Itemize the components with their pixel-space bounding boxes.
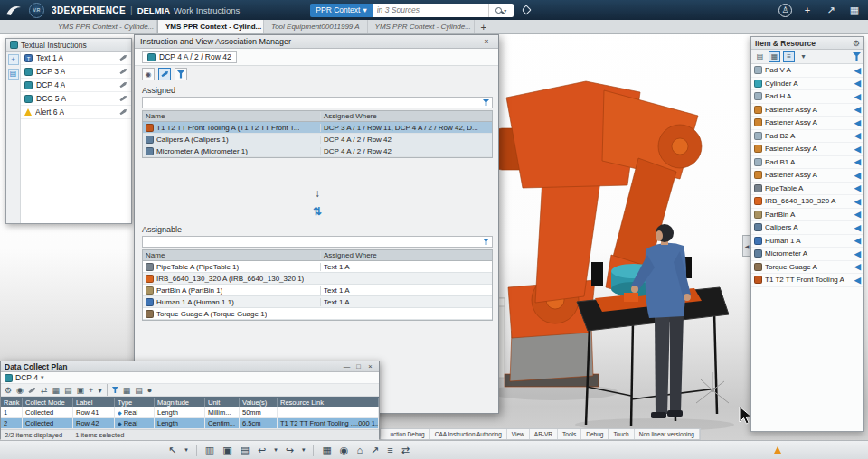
panel-collapse-handle[interactable]: ◀: [742, 235, 750, 257]
add-row-icon[interactable]: +: [89, 386, 93, 395]
redo-history-chevron-icon[interactable]: ▾: [302, 446, 306, 454]
edit-icon[interactable]: [119, 95, 127, 102]
insert-arrow-icon[interactable]: ◀: [854, 92, 861, 101]
list-item-fastener-1[interactable]: Fastener Assy A◀: [751, 104, 863, 117]
list-item-partbin[interactable]: PartBin A◀: [751, 209, 863, 222]
ribbon-tab-tools[interactable]: Tools: [558, 429, 581, 439]
list-item-front-tooling[interactable]: T1 T2 TT Front Tooling A◀: [751, 274, 863, 287]
list-item-pad-v[interactable]: Pad V A◀: [751, 64, 863, 78]
insert-arrow-icon[interactable]: ◀: [854, 79, 861, 88]
swap-view-icon[interactable]: ⇄: [401, 445, 410, 456]
assignable-row-partbin[interactable]: PartBin A (PartBin 1) Text 1 A: [143, 285, 492, 296]
edit-icon[interactable]: [119, 108, 127, 116]
textual-instructions-titlebar[interactable]: Textual Instructions: [6, 39, 131, 52]
monitor-left[interactable]: [591, 262, 603, 286]
share-icon[interactable]: ↗: [823, 5, 839, 16]
snapshot-icon[interactable]: ◉: [340, 445, 349, 456]
insert-arrow-icon[interactable]: ◀: [854, 210, 861, 219]
ribbon-tab-instruction-debug[interactable]: ...uction Debug: [381, 429, 430, 439]
edit-icon[interactable]: [119, 81, 127, 89]
instruction-item-alert-6[interactable]: Alert 6 A: [21, 106, 131, 119]
instruction-list-view-icon[interactable]: ▤: [8, 69, 19, 80]
grid-view-icon[interactable]: ▦: [123, 386, 131, 395]
edit-mode-icon[interactable]: [158, 68, 171, 80]
insert-arrow-icon[interactable]: ◀: [854, 276, 861, 285]
settings-icon[interactable]: ⚙: [5, 386, 12, 395]
insert-arrow-icon[interactable]: ◀: [854, 145, 861, 154]
compass-icon[interactable]: V.R: [29, 3, 44, 18]
capture-icon[interactable]: ◉: [16, 386, 24, 395]
dcp-breadcrumb[interactable]: DCP 4 ▾: [1, 372, 379, 384]
ribbon-tab-view[interactable]: View: [507, 429, 530, 439]
dcp-titlebar[interactable]: Data Collect Plan — □ ×: [1, 361, 379, 372]
filter-mode-icon[interactable]: [175, 68, 187, 80]
list-item-fastener-4[interactable]: Fastener Assy A◀: [751, 169, 863, 183]
tab-tool-equipment[interactable]: Tool Equipment00011999 A: [264, 20, 368, 33]
rows-icon[interactable]: ▤: [64, 386, 72, 395]
fixture-block[interactable]: [624, 293, 638, 302]
axis-triad-icon[interactable]: [696, 372, 729, 403]
transfer-icon[interactable]: ⇄: [41, 386, 48, 395]
minimize-icon[interactable]: —: [342, 362, 352, 370]
assignable-row-robot[interactable]: IRB_6640_130_320 A (IRB_6640_130_320 1): [143, 273, 492, 285]
item-resource-titlebar[interactable]: Item & Resource ⚙: [751, 37, 863, 50]
list-item-pad-b1[interactable]: Pad B1 A◀: [751, 156, 863, 170]
instruction-item-dcp-3[interactable]: DCP 3 A: [21, 65, 131, 79]
assigned-row-calipers[interactable]: Calipers A (Calipers 1) DCP 4 A / 2 / Ro…: [143, 134, 492, 145]
ribbon-tab-non-linear-versioning[interactable]: Non linear versioning: [635, 429, 700, 439]
more-options-icon[interactable]: ▾: [98, 386, 102, 395]
edit-icon[interactable]: [119, 68, 127, 75]
instruction-item-text-1[interactable]: T Text 1 A: [21, 52, 131, 65]
list-view-icon[interactable]: ▤: [754, 51, 766, 62]
list-item-micrometer[interactable]: Micrometer A◀: [751, 248, 863, 261]
insert-arrow-icon[interactable]: ◀: [854, 105, 861, 114]
instruction-item-dcc-5[interactable]: DCC 5 A: [21, 92, 131, 106]
list-item-fastener-2[interactable]: Fastener Assy A◀: [751, 117, 863, 130]
list-item-torque-guage[interactable]: Torque Guage A◀: [751, 261, 863, 275]
chevron-down-icon[interactable]: ▾: [184, 446, 188, 454]
insert-arrow-icon[interactable]: ◀: [854, 157, 861, 166]
copy-icon[interactable]: ▣: [77, 386, 85, 395]
matrix-view-icon[interactable]: ▤: [135, 386, 143, 395]
ribbon-tab-touch[interactable]: Touch: [609, 429, 634, 439]
user-avatar[interactable]: ♙: [778, 4, 792, 17]
assignable-row-human[interactable]: Human 1 A (Human 1 1) Text 1 A: [143, 296, 492, 308]
edit-icon[interactable]: [119, 54, 127, 61]
new-tab-button[interactable]: +: [475, 20, 493, 33]
maximize-icon[interactable]: □: [354, 362, 363, 370]
list-item-calipers[interactable]: Calipers A◀: [751, 221, 863, 235]
apps-grid-icon[interactable]: ▦: [846, 5, 863, 16]
insert-arrow-icon[interactable]: ◀: [854, 171, 861, 180]
table-view-icon[interactable]: ▦: [322, 445, 331, 456]
insert-arrow-icon[interactable]: ◀: [854, 262, 861, 271]
insert-arrow-icon[interactable]: ◀: [854, 66, 861, 75]
home-view-icon[interactable]: ⌂: [356, 445, 363, 455]
filter-icon[interactable]: [853, 52, 861, 61]
assignable-filter-input[interactable]: [142, 236, 493, 248]
close-icon[interactable]: ×: [480, 37, 493, 46]
filter-icon[interactable]: [112, 387, 118, 393]
insert-arrow-icon[interactable]: ◀: [854, 183, 861, 192]
list-item-cylinder[interactable]: Cylinder A◀: [751, 78, 863, 91]
search-button[interactable]: ▾: [488, 4, 514, 17]
warning-status-icon[interactable]: [774, 446, 781, 454]
ribbon-tab-ar-vr[interactable]: AR-VR: [530, 429, 558, 439]
insert-arrow-icon[interactable]: ◀: [854, 131, 861, 140]
add-instruction-icon[interactable]: +: [8, 54, 19, 65]
dcp-row-42-selected[interactable]: 2 Collected Row 42 ◆Real Length Centim..…: [1, 418, 379, 429]
assignable-row-pipetable[interactable]: PipeTable A (PipeTable 1) Text 1 A: [143, 261, 492, 273]
add-content-icon[interactable]: +: [799, 5, 816, 15]
dialog-titlebar[interactable]: Instruction and View Association Manager…: [135, 35, 498, 49]
undo-icon[interactable]: ↩: [258, 445, 266, 456]
move-down-icon[interactable]: ↓: [315, 187, 320, 200]
search-scope-button[interactable]: PPR Context ▾: [310, 4, 372, 17]
breadcrumb[interactable]: DCP 4 A / 2 / Row 42: [142, 51, 237, 63]
insert-arrow-icon[interactable]: ◀: [854, 236, 861, 245]
tab-yms-ppr-context-1[interactable]: YMS PPR Context - Cylinde...: [51, 20, 157, 33]
undo-history-chevron-icon[interactable]: ▾: [274, 446, 278, 454]
ribbon-tab-debug[interactable]: Debug: [581, 429, 609, 439]
copy-icon[interactable]: ▣: [222, 445, 231, 456]
tag-icon[interactable]: [521, 5, 531, 14]
dcp-row-41[interactable]: 1 Collected Row 41 ◆Real Length Millim..…: [1, 407, 379, 418]
search-input[interactable]: [373, 4, 488, 17]
